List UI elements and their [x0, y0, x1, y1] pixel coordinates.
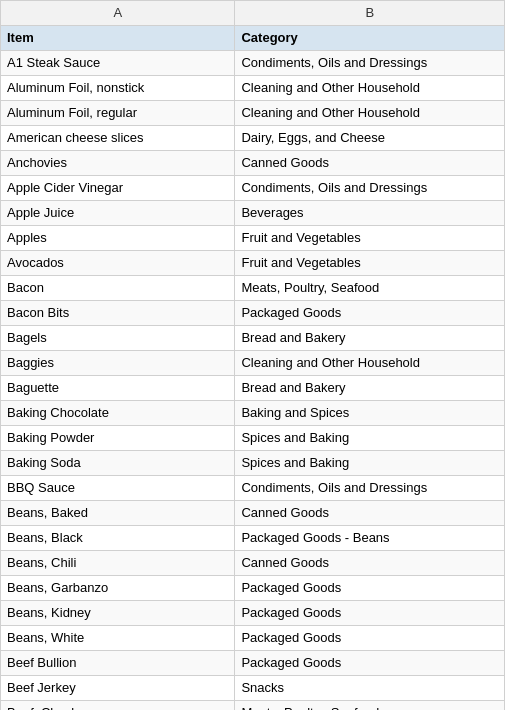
table-row: Beans, WhitePackaged Goods: [1, 626, 505, 651]
table-row: Beans, ChiliCanned Goods: [1, 551, 505, 576]
table-row: AnchoviesCanned Goods: [1, 151, 505, 176]
table-row: A1 Steak SauceCondiments, Oils and Dress…: [1, 51, 505, 76]
table-row: Bacon BitsPackaged Goods: [1, 301, 505, 326]
table-row: Beef BullionPackaged Goods: [1, 651, 505, 676]
table-row: BaguetteBread and Bakery: [1, 376, 505, 401]
table-row: Aluminum Foil, regularCleaning and Other…: [1, 101, 505, 126]
category-cell: Cleaning and Other Household: [235, 101, 505, 126]
item-cell: Aluminum Foil, nonstick: [1, 76, 235, 101]
table-row: Beef JerkeySnacks: [1, 676, 505, 701]
table-row: BBQ SauceCondiments, Oils and Dressings: [1, 476, 505, 501]
category-cell: Cleaning and Other Household: [235, 76, 505, 101]
table-row: Beans, GarbanzoPackaged Goods: [1, 576, 505, 601]
table-row: American cheese slicesDairy, Eggs, and C…: [1, 126, 505, 151]
table-row: BaconMeats, Poultry, Seafood: [1, 276, 505, 301]
table-row: Baking ChocolateBaking and Spices: [1, 401, 505, 426]
table-row: BaggiesCleaning and Other Household: [1, 351, 505, 376]
item-cell: Baking Powder: [1, 426, 235, 451]
item-cell: Bacon Bits: [1, 301, 235, 326]
category-cell: Spices and Baking: [235, 426, 505, 451]
category-cell: Condiments, Oils and Dressings: [235, 176, 505, 201]
category-cell: Packaged Goods: [235, 601, 505, 626]
table-row: Beans, BakedCanned Goods: [1, 501, 505, 526]
category-header: Category: [235, 26, 505, 51]
item-cell: Beef Bullion: [1, 651, 235, 676]
category-cell: Packaged Goods: [235, 626, 505, 651]
table-row: Aluminum Foil, nonstickCleaning and Othe…: [1, 76, 505, 101]
col-a-header: A: [1, 1, 235, 26]
category-cell: Fruit and Vegetables: [235, 226, 505, 251]
item-cell: Baguette: [1, 376, 235, 401]
item-cell: Beans, Black: [1, 526, 235, 551]
table-row: AvocadosFruit and Vegetables: [1, 251, 505, 276]
item-cell: Beans, Garbanzo: [1, 576, 235, 601]
category-cell: Packaged Goods: [235, 576, 505, 601]
category-cell: Snacks: [235, 676, 505, 701]
item-cell: Avocados: [1, 251, 235, 276]
category-cell: Dairy, Eggs, and Cheese: [235, 126, 505, 151]
item-cell: Beans, Baked: [1, 501, 235, 526]
item-cell: Apple Juice: [1, 201, 235, 226]
item-cell: Apples: [1, 226, 235, 251]
item-cell: Beans, Chili: [1, 551, 235, 576]
table-row: Baking SodaSpices and Baking: [1, 451, 505, 476]
item-cell: American cheese slices: [1, 126, 235, 151]
category-cell: Canned Goods: [235, 151, 505, 176]
item-cell: Beans, White: [1, 626, 235, 651]
table-row: Beans, BlackPackaged Goods - Beans: [1, 526, 505, 551]
column-headers-row: Item Category: [1, 26, 505, 51]
item-cell: Anchovies: [1, 151, 235, 176]
item-cell: Apple Cider Vinegar: [1, 176, 235, 201]
table-row: Beans, KidneyPackaged Goods: [1, 601, 505, 626]
table-row: ApplesFruit and Vegetables: [1, 226, 505, 251]
category-cell: Spices and Baking: [235, 451, 505, 476]
category-cell: Packaged Goods: [235, 301, 505, 326]
item-cell: Aluminum Foil, regular: [1, 101, 235, 126]
table-row: Baking PowderSpices and Baking: [1, 426, 505, 451]
item-cell: A1 Steak Sauce: [1, 51, 235, 76]
item-cell: Bagels: [1, 326, 235, 351]
category-cell: Meats, Poultry, Seafood: [235, 276, 505, 301]
category-cell: Meats, Poultry, Seafood: [235, 701, 505, 711]
item-cell: Beef, Chuck: [1, 701, 235, 711]
item-cell: Baking Chocolate: [1, 401, 235, 426]
category-cell: Canned Goods: [235, 551, 505, 576]
category-cell: Condiments, Oils and Dressings: [235, 476, 505, 501]
item-cell: Bacon: [1, 276, 235, 301]
category-cell: Canned Goods: [235, 501, 505, 526]
category-cell: Condiments, Oils and Dressings: [235, 51, 505, 76]
table-row: Apple JuiceBeverages: [1, 201, 505, 226]
category-cell: Bread and Bakery: [235, 326, 505, 351]
spreadsheet: A B Item Category A1 Steak SauceCondimen…: [0, 0, 505, 710]
category-cell: Fruit and Vegetables: [235, 251, 505, 276]
item-cell: BBQ Sauce: [1, 476, 235, 501]
category-cell: Beverages: [235, 201, 505, 226]
item-cell: Beef Jerkey: [1, 676, 235, 701]
category-cell: Packaged Goods - Beans: [235, 526, 505, 551]
item-cell: Baggies: [1, 351, 235, 376]
table-row: Apple Cider VinegarCondiments, Oils and …: [1, 176, 505, 201]
category-cell: Packaged Goods: [235, 651, 505, 676]
category-cell: Bread and Bakery: [235, 376, 505, 401]
item-header: Item: [1, 26, 235, 51]
item-cell: Baking Soda: [1, 451, 235, 476]
category-cell: Baking and Spices: [235, 401, 505, 426]
table-row: Beef, ChuckMeats, Poultry, Seafood: [1, 701, 505, 711]
table-row: BagelsBread and Bakery: [1, 326, 505, 351]
col-b-header: B: [235, 1, 505, 26]
category-cell: Cleaning and Other Household: [235, 351, 505, 376]
item-cell: Beans, Kidney: [1, 601, 235, 626]
